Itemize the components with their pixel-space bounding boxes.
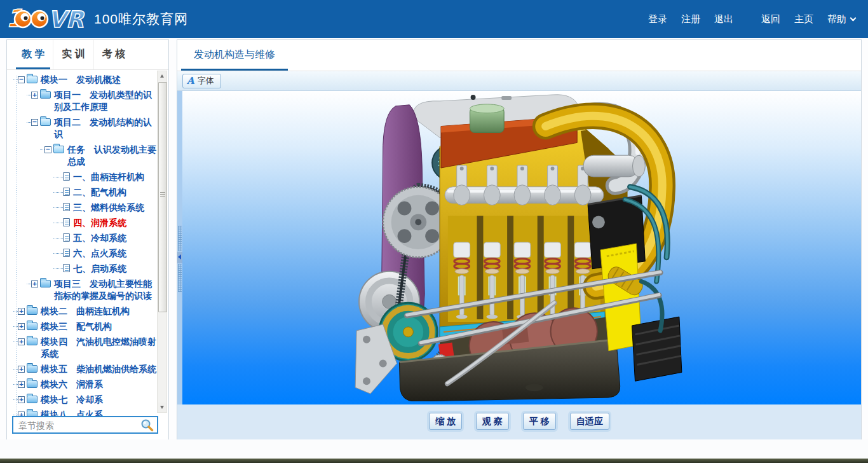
tree-item-label[interactable]: 二、配气机构 — [73, 186, 126, 198]
tree-item-label[interactable]: 模块二 曲柄连缸机构 — [41, 305, 130, 317]
sidebar: 教 学实 训考 核 −模块一 发动机概述+项目一 发动机类型的识别及工作原理−项… — [6, 39, 169, 440]
tree-item-label[interactable]: 五、冷却系统 — [73, 232, 126, 244]
page-bottom-strip — [0, 459, 868, 463]
folder-icon — [27, 380, 37, 388]
tree-item-label[interactable]: 项目一 发动机类型的识别及工作原理 — [54, 89, 157, 113]
site-logo[interactable]: 1 VR — [6, 4, 86, 34]
folder-icon — [27, 322, 37, 330]
autofit-button[interactable]: 自适应 — [570, 413, 609, 430]
splitter-grip — [178, 264, 182, 292]
panel-splitter[interactable] — [177, 91, 182, 404]
tree-item: 五、冷却系统 — [7, 232, 157, 244]
tree-item-label[interactable]: 模块七 冷却系 — [41, 394, 103, 406]
viewer-controls: 缩 放观 察平 移自适应 — [177, 404, 861, 439]
logout-link[interactable]: 退出 — [714, 13, 733, 25]
tree-connector — [13, 342, 18, 342]
document-icon — [63, 249, 70, 257]
tree-item-label[interactable]: 项目二 发动机结构的认识 — [54, 116, 157, 141]
folder-icon — [40, 280, 51, 287]
tree-item-label[interactable]: 模块五 柴油机燃油供给系统 — [41, 363, 156, 375]
viewer-toolbar: A 字体 — [177, 71, 861, 91]
tree-item-label[interactable]: 六、点火系统 — [73, 247, 126, 259]
course-tree: −模块一 发动机概述+项目一 发动机类型的识别及工作原理−项目二 发动机结构的认… — [7, 69, 157, 417]
tree-item-label[interactable]: 一、曲柄连杆机构 — [73, 171, 144, 183]
folder-icon — [27, 338, 37, 345]
collapse-handle-icon[interactable] — [177, 252, 182, 263]
folder-icon — [27, 307, 37, 315]
tree-item-label[interactable]: 三、燃料供给系统 — [73, 202, 144, 214]
tree-item: 一、曲柄连杆机构 — [7, 171, 157, 183]
folder-icon — [53, 146, 64, 153]
search-icon[interactable] — [140, 418, 154, 434]
tree-item-label[interactable]: 七、启动系统 — [73, 263, 126, 275]
chapter-search — [12, 416, 158, 434]
tree-item: −项目二 发动机结构的认识 — [7, 116, 157, 141]
tree-item: 七、启动系统 — [7, 263, 157, 275]
back-link[interactable]: 返回 — [761, 13, 780, 25]
tree-item-label[interactable]: 项目三 发动机主要性能指标的掌握及编号的识读 — [54, 278, 157, 302]
tree-item-label[interactable]: 模块一 发动机概述 — [41, 74, 121, 86]
pan-button[interactable]: 平 移 — [523, 413, 556, 430]
svg-text:VR: VR — [48, 6, 85, 32]
collapse-icon[interactable]: − — [18, 76, 25, 83]
scroll-down-icon[interactable] — [158, 403, 166, 412]
tree-connector — [13, 415, 18, 415]
page: 1 VR 100唯尔教育网 登录注册退出返回主页帮助 教 学实 训考 核 −模块… — [0, 0, 868, 463]
tree-item: 三、燃料供给系统 — [7, 202, 157, 214]
expand-icon[interactable]: + — [18, 366, 25, 373]
zoom-button[interactable]: 缩 放 — [429, 413, 462, 430]
sidebar-tab-teaching[interactable]: 教 学 — [13, 40, 53, 69]
expand-icon[interactable]: + — [18, 381, 25, 388]
tree-item-label[interactable]: 模块三 配气机构 — [41, 321, 112, 333]
tree-connector — [53, 177, 63, 177]
expand-icon[interactable]: + — [18, 323, 25, 330]
help-link[interactable]: 帮助 — [827, 13, 855, 25]
collapse-icon[interactable]: − — [44, 146, 51, 153]
tree-connector — [27, 122, 31, 123]
tree-connector — [13, 79, 18, 80]
tree-connector — [53, 207, 63, 208]
tree-connector — [53, 253, 63, 254]
expand-icon[interactable]: + — [31, 92, 38, 99]
tree-scrollbar[interactable] — [157, 71, 167, 413]
document-icon — [63, 203, 70, 211]
tree-item-label[interactable]: 任务 认识发动机主要总成 — [67, 144, 157, 168]
search-input[interactable] — [17, 417, 137, 434]
expand-icon[interactable]: + — [18, 308, 25, 315]
sidebar-tab-assessment[interactable]: 考 核 — [94, 40, 133, 69]
tree-item-label[interactable]: 四、润滑系统 — [73, 217, 126, 229]
scroll-up-icon[interactable] — [158, 71, 166, 81]
tree-connector — [40, 149, 44, 150]
folder-icon — [27, 396, 37, 403]
tree-connector — [13, 399, 18, 400]
home-link[interactable]: 主页 — [794, 13, 813, 25]
search-box — [12, 416, 158, 434]
main-panel: 发动机构造与维修 A 字体 — [177, 39, 862, 439]
3d-viewer[interactable] — [182, 91, 861, 404]
tree-connector — [53, 238, 63, 238]
tree-item: +项目一 发动机类型的识别及工作原理 — [7, 89, 157, 113]
tree-item-label[interactable]: 模块四 汽油机电控燃油喷射系统 — [41, 336, 157, 360]
footer: 版权所有：厦门凤凰创壹软件有限公司 Copyright © 2014 All R… — [0, 439, 868, 459]
folder-icon — [40, 91, 51, 99]
collapse-icon[interactable]: − — [31, 119, 38, 126]
tab-engine-course[interactable]: 发动机构造与维修 — [181, 40, 288, 71]
scrollbar-thumb[interactable] — [158, 82, 167, 312]
document-icon — [63, 233, 70, 242]
expand-icon[interactable]: + — [31, 280, 38, 287]
tree-connector — [27, 284, 31, 284]
login-link[interactable]: 登录 — [648, 13, 667, 25]
tree-item: 四、润滑系统 — [7, 217, 157, 229]
tree-item-label[interactable]: 模块六 润滑系 — [41, 378, 103, 390]
document-icon — [63, 264, 70, 272]
document-icon — [63, 188, 70, 196]
font-button[interactable]: A 字体 — [182, 74, 221, 88]
top-nav: 登录注册退出返回主页帮助 — [634, 13, 855, 25]
sidebar-tab-training[interactable]: 实 训 — [53, 40, 93, 69]
site-title: 100唯尔教育网 — [94, 10, 188, 28]
tree-connector — [13, 326, 18, 327]
expand-icon[interactable]: + — [18, 396, 25, 403]
observe-button[interactable]: 观 察 — [476, 413, 509, 430]
register-link[interactable]: 注册 — [681, 13, 700, 25]
expand-icon[interactable]: + — [18, 338, 25, 345]
